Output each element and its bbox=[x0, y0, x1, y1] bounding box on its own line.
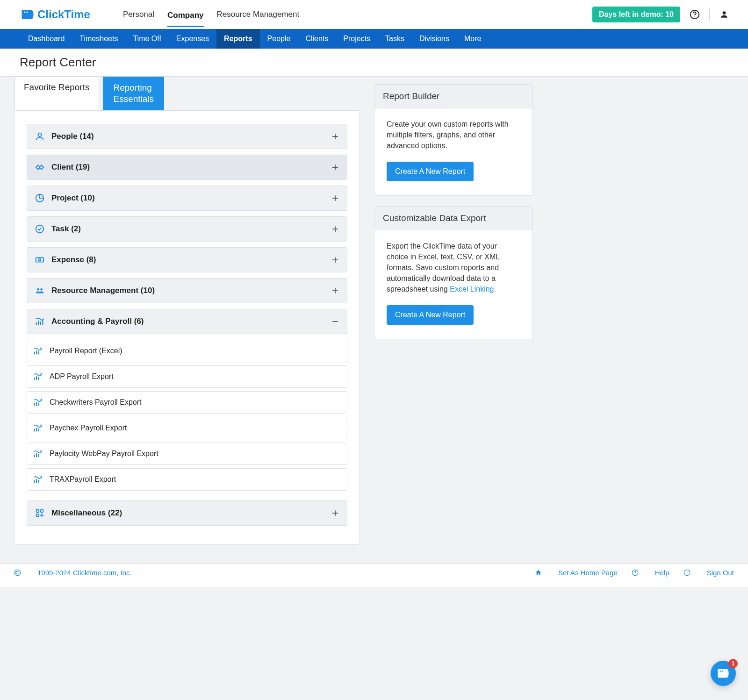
report-icon bbox=[33, 397, 43, 407]
topnav-personal[interactable]: Personal bbox=[123, 7, 154, 22]
create-export-button[interactable]: Create A New Report bbox=[387, 305, 474, 325]
nav-reports[interactable]: Reports bbox=[216, 29, 259, 49]
categories-panel: People (14)+Client (19)+Project (10)+Tas… bbox=[14, 110, 360, 545]
collapse-icon: − bbox=[332, 315, 338, 328]
category-miscellaneous[interactable]: Miscellaneous (22)+ bbox=[27, 500, 347, 526]
piechart-icon bbox=[35, 193, 45, 203]
demo-days-badge[interactable]: Days left in demo: 10 bbox=[592, 7, 680, 22]
help-link[interactable]: Help bbox=[632, 569, 669, 577]
content: Favorite ReportsReporting Essentials Peo… bbox=[0, 77, 748, 564]
clicktime-logo-icon bbox=[21, 7, 35, 21]
nav-clients[interactable]: Clients bbox=[298, 29, 336, 49]
svg-point-1 bbox=[26, 11, 28, 13]
topbar: ClickTime PersonalCompanyResource Manage… bbox=[0, 0, 748, 29]
expand-icon: + bbox=[332, 161, 338, 174]
svg-point-4 bbox=[723, 11, 726, 14]
topnav-resource-management[interactable]: Resource Management bbox=[217, 7, 300, 22]
left-column: Favorite ReportsReporting Essentials Peo… bbox=[14, 77, 360, 545]
help-icon[interactable] bbox=[690, 9, 700, 20]
expand-icon: + bbox=[332, 130, 338, 143]
expand-icon: + bbox=[332, 253, 338, 266]
footer: 1999-2024 Clicktime.com, Inc. Set As Hom… bbox=[0, 564, 748, 587]
nav-projects[interactable]: Projects bbox=[336, 29, 378, 49]
report-item[interactable]: Paychex Payroll Export bbox=[27, 417, 347, 439]
data-export-title: Customizable Data Export bbox=[374, 207, 532, 230]
category-project[interactable]: Project (10)+ bbox=[27, 186, 347, 211]
excel-linking-link[interactable]: Excel Linking bbox=[450, 285, 494, 293]
main-nav: DashboardTimesheetsTime OffExpensesRepor… bbox=[0, 29, 748, 49]
category-people[interactable]: People (14)+ bbox=[27, 124, 347, 149]
user-icon[interactable] bbox=[719, 9, 729, 20]
svg-point-6 bbox=[36, 225, 44, 233]
copyright-icon bbox=[14, 569, 21, 576]
nav-people[interactable]: People bbox=[260, 29, 298, 49]
category-client[interactable]: Client (19)+ bbox=[27, 155, 347, 180]
signout-icon bbox=[683, 569, 690, 576]
category-label: People (14) bbox=[51, 132, 325, 141]
svg-point-16 bbox=[635, 574, 635, 574]
svg-point-9 bbox=[37, 288, 39, 290]
category-label: Task (2) bbox=[51, 224, 325, 234]
report-label: Checkwriters Payroll Export bbox=[50, 398, 142, 407]
barschart-icon bbox=[35, 316, 45, 327]
topbar-right: Days left in demo: 10 bbox=[592, 7, 729, 22]
svg-point-8 bbox=[39, 258, 41, 261]
data-export-desc: Export the ClickTime data of your choice… bbox=[387, 241, 520, 295]
copyright: 1999-2024 Clicktime.com, Inc. bbox=[14, 569, 132, 577]
report-icon bbox=[33, 449, 43, 459]
nav-divisions[interactable]: Divisions bbox=[412, 29, 457, 49]
tab-reporting[interactable]: Reporting Essentials bbox=[103, 77, 164, 110]
svg-point-10 bbox=[40, 288, 43, 290]
nav-expenses[interactable]: Expenses bbox=[169, 29, 216, 49]
signout-link[interactable]: Sign Out bbox=[683, 569, 734, 577]
tab-favorite-reports[interactable]: Favorite Reports bbox=[14, 77, 99, 110]
expand-icon: + bbox=[332, 222, 338, 236]
report-icon bbox=[33, 474, 43, 485]
topnav-company[interactable]: Company bbox=[167, 8, 203, 27]
right-column: Report Builder Create your own custom re… bbox=[374, 77, 533, 339]
category-label: Client (19) bbox=[51, 163, 325, 172]
team-icon bbox=[35, 286, 45, 296]
report-tabs: Favorite ReportsReporting Essentials bbox=[14, 77, 360, 110]
page-title: Report Center bbox=[0, 49, 748, 77]
category-label: Project (10) bbox=[51, 193, 325, 203]
report-builder-card: Report Builder Create your own custom re… bbox=[374, 84, 533, 196]
report-label: Payroll Report (Excel) bbox=[50, 347, 122, 355]
svg-rect-11 bbox=[36, 509, 39, 512]
report-builder-desc: Create your own custom reports with mult… bbox=[387, 119, 520, 151]
nav-more[interactable]: More bbox=[457, 29, 489, 49]
expand-icon: + bbox=[332, 507, 338, 520]
report-item[interactable]: Paylocity WebPay Payroll Export bbox=[27, 443, 347, 465]
report-item[interactable]: TRAXPayroll Export bbox=[27, 468, 347, 491]
report-item[interactable]: Payroll Report (Excel) bbox=[27, 340, 347, 362]
help-footer-icon bbox=[632, 569, 639, 576]
report-builder-title: Report Builder bbox=[374, 85, 532, 108]
category-label: Resource Management (10) bbox=[51, 286, 325, 295]
category-resource[interactable]: Resource Management (10)+ bbox=[27, 278, 347, 303]
category-task[interactable]: Task (2)+ bbox=[27, 216, 347, 242]
report-label: Paychex Payroll Export bbox=[50, 424, 127, 432]
expand-icon: + bbox=[332, 192, 338, 205]
report-item[interactable]: Checkwriters Payroll Export bbox=[27, 391, 347, 414]
money-icon bbox=[35, 255, 45, 265]
report-label: ADP Payroll Export bbox=[50, 372, 114, 381]
svg-rect-13 bbox=[36, 514, 39, 516]
report-label: Paylocity WebPay Payroll Export bbox=[50, 450, 158, 458]
report-item[interactable]: ADP Payroll Export bbox=[27, 365, 347, 388]
create-report-button[interactable]: Create A New Report bbox=[387, 162, 474, 181]
category-accounting[interactable]: Accounting & Payroll (6)− bbox=[27, 309, 347, 334]
nav-time-off[interactable]: Time Off bbox=[125, 29, 168, 49]
category-label: Miscellaneous (22) bbox=[51, 508, 325, 518]
topnav: PersonalCompanyResource Management bbox=[123, 7, 592, 22]
person-icon bbox=[35, 131, 45, 142]
svg-point-5 bbox=[38, 133, 41, 136]
grid-icon bbox=[35, 508, 45, 518]
nav-tasks[interactable]: Tasks bbox=[378, 29, 412, 49]
nav-timesheets[interactable]: Timesheets bbox=[72, 29, 125, 49]
nav-dashboard[interactable]: Dashboard bbox=[21, 29, 72, 49]
set-home-link[interactable]: Set As Home Page bbox=[535, 569, 618, 577]
category-expense[interactable]: Expense (8)+ bbox=[27, 247, 347, 272]
svg-rect-12 bbox=[41, 509, 43, 512]
brand-logo[interactable]: ClickTime bbox=[21, 7, 90, 21]
report-icon bbox=[33, 346, 43, 356]
